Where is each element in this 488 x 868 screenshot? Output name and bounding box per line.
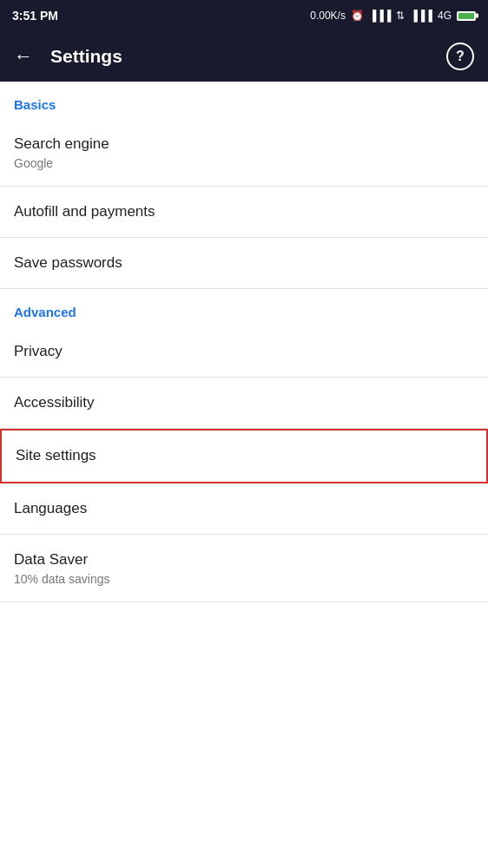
settings-item-data-saver[interactable]: Data Saver 10% data savings	[0, 535, 488, 602]
site-settings-title: Site settings	[16, 446, 472, 465]
battery-icon	[457, 11, 476, 21]
search-engine-subtitle: Google	[14, 156, 474, 170]
back-button[interactable]: ←	[14, 45, 33, 68]
signal-icon: ▐▐▐	[369, 10, 392, 22]
status-time: 3:51 PM	[12, 9, 58, 23]
settings-item-site-settings[interactable]: Site settings	[0, 429, 488, 483]
data-saver-subtitle: 10% data savings	[14, 572, 474, 586]
save-passwords-title: Save passwords	[14, 253, 474, 273]
status-bar: 3:51 PM 0.00K/s ⏰ ▐▐▐ ⇅ ▐▐▐ 4G	[0, 0, 488, 31]
settings-item-privacy[interactable]: Privacy	[0, 326, 488, 378]
search-engine-title: Search engine	[14, 135, 474, 154]
section-header-advanced: Advanced	[0, 289, 488, 326]
privacy-title: Privacy	[14, 342, 474, 361]
network-type: 4G	[438, 10, 452, 22]
accessibility-title: Accessibility	[14, 393, 474, 412]
settings-item-autofill[interactable]: Autofill and payments	[0, 187, 488, 238]
settings-item-languages[interactable]: Languages	[0, 483, 488, 535]
settings-item-search-engine[interactable]: Search engine Google	[0, 119, 488, 187]
network-speed: 0.00K/s	[310, 10, 346, 22]
alarm-icon: ⏰	[351, 10, 364, 22]
data-transfer-icon: ⇅	[396, 10, 405, 22]
settings-item-accessibility[interactable]: Accessibility	[0, 378, 488, 429]
app-header: ← Settings ?	[0, 31, 488, 82]
page-title: Settings	[50, 46, 446, 67]
help-button[interactable]: ?	[446, 43, 474, 70]
autofill-title: Autofill and payments	[14, 202, 474, 221]
settings-content: Basics Search engine Google Autofill and…	[0, 82, 488, 602]
status-center: 0.00K/s ⏰ ▐▐▐ ⇅ ▐▐▐ 4G	[310, 10, 476, 22]
signal-icon-2: ▐▐▐	[410, 10, 432, 22]
settings-item-save-passwords[interactable]: Save passwords	[0, 238, 488, 289]
languages-title: Languages	[14, 499, 474, 518]
data-saver-title: Data Saver	[14, 550, 474, 569]
section-header-basics: Basics	[0, 82, 488, 119]
